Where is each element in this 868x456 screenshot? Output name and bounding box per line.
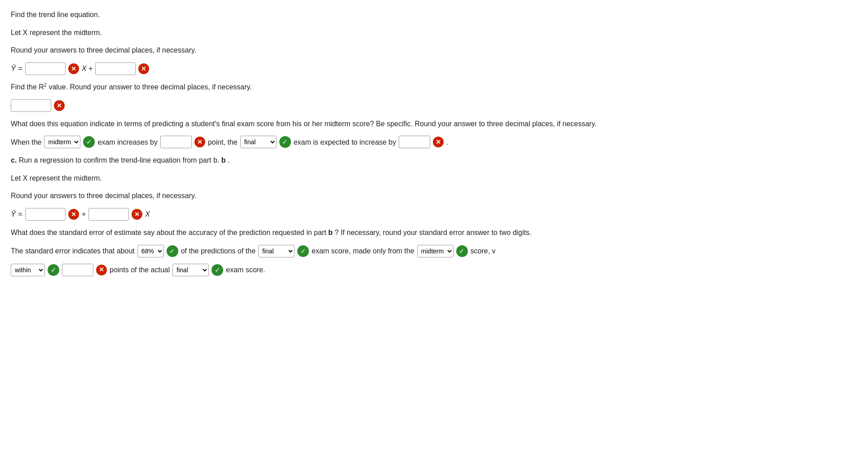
increase-by-final-input[interactable] bbox=[399, 136, 430, 148]
clear-r2-icon[interactable]: ✕ bbox=[54, 100, 65, 111]
score-v-label: score, v bbox=[471, 245, 496, 257]
exam-increases-by-label: exam increases by bbox=[97, 137, 157, 148]
period-label: . bbox=[446, 137, 448, 148]
within-row: within outside ✓ ✕ points of the actual … bbox=[11, 264, 857, 276]
clear-intercept-b-icon[interactable]: ✕ bbox=[138, 63, 149, 74]
std-indicates-label: The standard error indicates that about bbox=[11, 245, 135, 257]
percent68-check-icon: ✓ bbox=[167, 245, 178, 257]
clear-increase-by-final-icon[interactable]: ✕ bbox=[433, 137, 444, 147]
exam-expected-label: exam is expected to increase by bbox=[294, 137, 397, 148]
slope-b-input[interactable] bbox=[25, 62, 66, 75]
increases-by-input[interactable] bbox=[160, 136, 192, 148]
round-three2-text: Round your answers to three decimal plac… bbox=[11, 190, 857, 202]
final1-select[interactable]: final midterm bbox=[240, 136, 277, 148]
points-of-actual-label: points of the actual bbox=[110, 264, 170, 276]
clear-increases-by-icon[interactable]: ✕ bbox=[194, 137, 205, 147]
y-hat-label-c: Ŷ = bbox=[11, 208, 22, 220]
when-the-row: When the midterm final ✓ exam increases … bbox=[11, 136, 857, 148]
let-x-midterm2-text: Let X represent the midterm. bbox=[11, 173, 857, 184]
midterm2-select[interactable]: midterm final bbox=[417, 245, 454, 257]
intercept-c-input[interactable] bbox=[25, 208, 66, 221]
midterm1-check-icon: ✓ bbox=[83, 136, 95, 148]
of-predictions-label: of the predictions of the bbox=[181, 245, 256, 257]
exam-score-made-label: exam score, made only from the bbox=[312, 245, 414, 257]
within-check-icon: ✓ bbox=[48, 264, 59, 276]
plus-c-label: + bbox=[82, 208, 86, 220]
final3-check-icon: ✓ bbox=[211, 264, 223, 276]
final2-select[interactable]: final midterm bbox=[258, 245, 295, 257]
final3-select[interactable]: final midterm bbox=[172, 264, 209, 276]
midterm2-check-icon: ✓ bbox=[456, 245, 468, 257]
within-select[interactable]: within outside bbox=[11, 264, 45, 276]
round-three-text: Round your answers to three decimal plac… bbox=[11, 44, 857, 56]
equation-indicate-text: What does this equation indicate in term… bbox=[11, 118, 857, 130]
point-the-label: point, the bbox=[208, 137, 238, 148]
find-r2-text: Find the R2 value. Round your answer to … bbox=[11, 81, 857, 93]
r2-input-row: ✕ bbox=[11, 99, 857, 112]
clear-slope-b-icon[interactable]: ✕ bbox=[68, 63, 79, 74]
find-trend-line-text: Find the trend line equation. bbox=[11, 9, 857, 21]
x-label-b: X + bbox=[82, 63, 93, 75]
midterm1-select[interactable]: midterm final bbox=[44, 136, 80, 148]
exam-score-dot-label: exam score. bbox=[226, 264, 265, 276]
let-x-midterm-text: Let X represent the midterm. bbox=[11, 27, 857, 39]
final1-check-icon: ✓ bbox=[279, 136, 291, 148]
r2-input[interactable] bbox=[11, 99, 51, 112]
part-c-text: c. Run a regression to confirm the trend… bbox=[11, 155, 857, 166]
when-the-label: When the bbox=[11, 137, 41, 148]
clear-std-points-icon[interactable]: ✕ bbox=[96, 265, 107, 275]
std-error-sentence-row: The standard error indicates that about … bbox=[11, 245, 857, 257]
percent68-select[interactable]: 68% 95% 99% bbox=[137, 245, 164, 257]
x-label-c: X bbox=[145, 208, 150, 220]
slope-c-input[interactable] bbox=[88, 208, 129, 221]
intercept-b-input[interactable] bbox=[95, 62, 136, 75]
std-error-text: What does the standard error of estimate… bbox=[11, 227, 857, 239]
final2-check-icon: ✓ bbox=[297, 245, 309, 257]
trend-equation-row-b: Ŷ = ✕ X + ✕ bbox=[11, 62, 857, 75]
clear-intercept-c-icon[interactable]: ✕ bbox=[68, 209, 79, 220]
trend-equation-row-c: Ŷ = ✕ + ✕ X bbox=[11, 208, 857, 221]
clear-slope-c-icon[interactable]: ✕ bbox=[132, 209, 142, 220]
y-hat-label-b: Ŷ = bbox=[11, 62, 22, 75]
std-points-input[interactable] bbox=[62, 264, 93, 276]
